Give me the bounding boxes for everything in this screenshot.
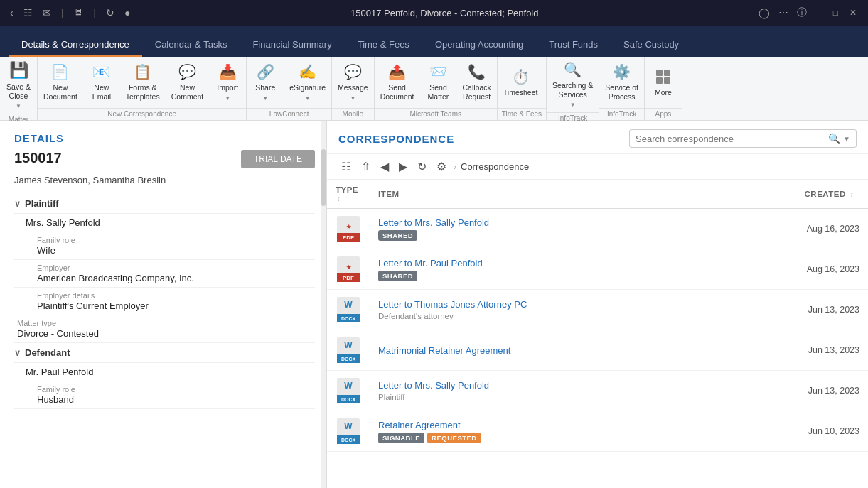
family-role-value: Wife <box>37 245 315 256</box>
tab-trust-funds[interactable]: Trust Funds <box>536 33 611 57</box>
col-item: ITEM <box>370 180 717 209</box>
svg-text:PDF: PDF <box>343 234 354 241</box>
refresh-icon[interactable]: ↻ <box>414 158 429 175</box>
minimize-button[interactable]: – <box>813 6 826 19</box>
search-input[interactable] <box>636 134 828 144</box>
maximize-button[interactable]: □ <box>829 6 842 19</box>
item-name[interactable]: Letter to Mr. Paul Penfold <box>378 258 709 269</box>
type-cell: DOCX W <box>327 371 370 411</box>
trial-date-button[interactable]: TRIAL DATE <box>241 150 315 168</box>
print-icon[interactable]: 🖶 <box>70 6 86 20</box>
esignature-button[interactable]: ✍️ eSignature ▼ <box>284 59 331 106</box>
plaintiff-name-row: Mrs. Sally Penfold <box>14 214 315 232</box>
send-document-button[interactable]: 📤 SendDocument <box>375 59 420 105</box>
more-button[interactable]: More <box>645 64 682 102</box>
type-cell: PDF ★ <box>327 249 370 290</box>
back-icon[interactable]: ‹ <box>7 6 16 20</box>
type-cell: DOCX W <box>327 290 370 330</box>
ellipsis-icon[interactable]: ⋯ <box>776 6 791 20</box>
defendant-family-role-value: Husband <box>37 394 315 405</box>
nav-tabs: Details & Correspondence Calendar & Task… <box>0 26 868 57</box>
close-button[interactable]: ✕ <box>845 6 861 19</box>
item-cell: Retainer AgreementSIGNABLEREQUESTED <box>370 411 717 452</box>
scrollbar-thumb[interactable] <box>321 149 326 206</box>
search-icon[interactable]: 🔍 <box>828 133 840 144</box>
scrollbar-track <box>321 121 326 488</box>
search-dropdown-arrow[interactable]: ▼ <box>843 135 850 143</box>
item-name[interactable]: Letter to Thomas Jones Attorney PC <box>378 299 709 310</box>
new-email-button[interactable]: 📧 NewEmail <box>83 59 120 105</box>
employer-details-label: Employer details <box>37 291 315 300</box>
message-button[interactable]: 💬 Message ▼ <box>332 59 374 106</box>
tab-safe-custody[interactable]: Safe Custody <box>611 33 692 57</box>
callback-request-button[interactable]: 📞 CallbackRequest <box>457 59 497 105</box>
tab-details-correspondence[interactable]: Details & Correspondence <box>9 33 142 57</box>
tab-operating-accounting[interactable]: Operating Accounting <box>422 33 536 57</box>
tab-financial-summary[interactable]: Financial Summary <box>240 33 344 57</box>
created-cell: Aug 16, 2023 <box>717 209 868 249</box>
more-grid-icon <box>655 68 672 85</box>
upload-icon[interactable]: ⇧ <box>358 158 373 175</box>
folder-icon[interactable]: ☷ <box>21 6 36 20</box>
tab-time-fees[interactable]: Time & Fees <box>345 33 422 57</box>
prev-icon[interactable]: ◀ <box>377 158 392 175</box>
mail-icon[interactable]: ✉ <box>40 6 54 20</box>
esignature-icon: ✍️ <box>299 63 316 80</box>
word-icon: DOCX W <box>336 378 361 403</box>
created-sort-icon[interactable]: ↕ <box>850 190 854 198</box>
toolbar-group-label-new-corr: New Correspondence <box>38 108 246 121</box>
item-name[interactable]: Letter to Mrs. Sally Penfold <box>378 380 709 391</box>
toolbar-group-label-lawconnect: LawConnect <box>247 108 331 121</box>
bell-icon[interactable]: ◯ <box>756 6 773 20</box>
badge-signable: SIGNABLE <box>378 433 424 443</box>
refresh-icon[interactable]: ↻ <box>103 6 117 20</box>
item-subtitle: Defendant's attorney <box>378 312 709 320</box>
globe-icon[interactable]: ● <box>122 6 133 20</box>
svg-text:DOCX: DOCX <box>341 397 356 402</box>
import-button[interactable]: 📥 Import ▼ <box>209 59 246 106</box>
share-button[interactable]: 🔗 Share ▼ <box>247 59 284 106</box>
share-arrow: ▼ <box>262 95 268 102</box>
share-icon: 🔗 <box>257 63 274 80</box>
employer-value: American Broadcasting Company, Inc. <box>37 273 315 283</box>
correspondence-panel: CORRESPONDENCE 🔍 ▼ ☷ ⇧ ◀ ▶ ↻ ⚙ › Corresp… <box>327 121 868 488</box>
forms-templates-button[interactable]: 📋 Forms &Templates <box>120 59 166 105</box>
badge-row: SIGNABLEREQUESTED <box>378 433 709 443</box>
toolbar-group-label-timefees: Time & Fees <box>498 108 546 121</box>
word-icon: DOCX W <box>336 297 361 322</box>
created-cell: Jun 13, 2023 <box>717 290 868 330</box>
toolbar-section-timefees: ⏱️ Timesheet Time & Fees <box>498 57 547 121</box>
send-matter-button[interactable]: 📨 SendMatter <box>420 59 457 105</box>
searching-services-button[interactable]: 🔍 Searching &Services ▼ <box>547 57 599 112</box>
timesheet-button[interactable]: ⏱️ Timesheet <box>498 64 544 102</box>
plaintiff-name: Mrs. Sally Penfold <box>26 217 315 228</box>
employer-details-value: Plaintiff's Current Employer <box>37 300 315 311</box>
item-subtitle: Plaintiff <box>378 393 709 401</box>
svg-text:W: W <box>344 421 353 431</box>
item-name[interactable]: Retainer Agreement <box>378 420 709 430</box>
settings-icon[interactable]: ⚙ <box>434 158 449 175</box>
family-role-row: Family role Wife <box>14 232 315 260</box>
employer-row: Employer American Broadcasting Company, … <box>14 260 315 288</box>
plaintiff-chevron[interactable]: ∨ <box>14 199 21 209</box>
searching-services-icon: 🔍 <box>564 61 582 78</box>
save-close-button[interactable]: 💾 Save &Close ▼ <box>0 57 37 114</box>
item-name[interactable]: Letter to Mrs. Sally Penfold <box>378 217 709 228</box>
item-cell: Letter to Mrs. Sally PenfoldSHARED <box>370 209 717 249</box>
service-process-button[interactable]: ⚙️ Service ofProcess <box>599 59 644 105</box>
pdf-icon: PDF ★ <box>336 256 361 282</box>
item-name[interactable]: Matrimonial Retainer Agreement <box>378 345 709 356</box>
correspondence-title: CORRESPONDENCE <box>338 133 454 145</box>
breadcrumb-text: Correspondence <box>461 161 529 172</box>
next-icon[interactable]: ▶ <box>396 158 410 175</box>
help-icon[interactable]: ⓘ <box>794 5 810 21</box>
new-comment-button[interactable]: 💬 NewComment <box>166 59 210 105</box>
tab-calendar-tasks[interactable]: Calendar & Tasks <box>142 33 240 57</box>
type-sort-icon[interactable]: ↕ <box>337 195 341 202</box>
new-document-button[interactable]: 📄 NewDocument <box>38 59 83 105</box>
defendant-chevron[interactable]: ∨ <box>14 348 21 358</box>
grid-view-icon[interactable]: ☷ <box>338 158 354 175</box>
item-cell: Letter to Mrs. Sally PenfoldPlaintiff <box>370 371 717 411</box>
toolbar-section-apps: More Apps <box>645 57 682 121</box>
type-cell: DOCX W <box>327 330 370 371</box>
